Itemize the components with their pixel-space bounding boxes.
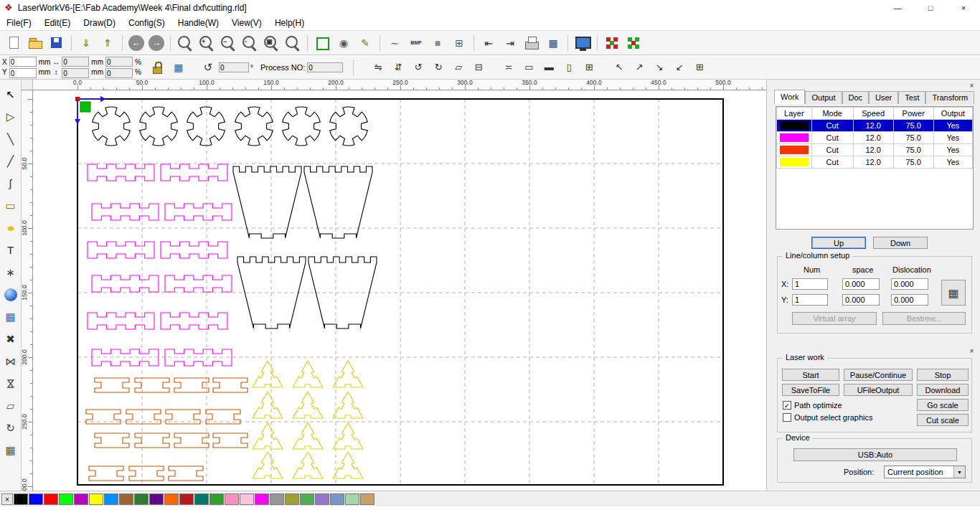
y-num-input[interactable] bbox=[792, 294, 828, 306]
redo-icon[interactable]: → bbox=[149, 35, 164, 51]
align-bottom-right-icon[interactable]: ↘ bbox=[651, 60, 667, 75]
vertical-bar-icon[interactable]: ▯ bbox=[561, 60, 577, 75]
gear-pieces[interactable] bbox=[93, 107, 368, 146]
height-input[interactable] bbox=[62, 68, 89, 78]
layer-down-button[interactable]: Down bbox=[873, 237, 928, 249]
align-bottom-left-icon[interactable]: ↙ bbox=[672, 60, 687, 75]
palette-color-swatch[interactable] bbox=[209, 493, 224, 505]
export-file-icon[interactable]: ⇑ bbox=[99, 34, 116, 52]
palette-color-swatch[interactable] bbox=[89, 493, 103, 505]
open-file-icon[interactable] bbox=[27, 34, 44, 52]
panel-close-icon[interactable]: × bbox=[967, 81, 976, 90]
layer-row[interactable]: Cut12.075.0Yes bbox=[777, 144, 973, 156]
undo-icon[interactable]: ← bbox=[128, 35, 144, 51]
tab-transform[interactable]: Transform bbox=[925, 91, 974, 104]
line-tool-icon[interactable]: ╲ bbox=[2, 131, 19, 147]
scale-y-input[interactable] bbox=[105, 68, 133, 78]
width-input[interactable] bbox=[62, 57, 89, 67]
palette-color-swatch[interactable] bbox=[315, 493, 329, 505]
zoom-window-icon[interactable] bbox=[176, 34, 194, 52]
palette-color-swatch[interactable] bbox=[14, 493, 28, 505]
tab-test[interactable]: Test bbox=[898, 91, 925, 104]
pause-continue-button[interactable]: Pause/Continue bbox=[844, 369, 913, 381]
select-tool-icon[interactable]: ↖ bbox=[2, 87, 19, 103]
scale-x-input[interactable] bbox=[105, 57, 133, 67]
grid-array-icon[interactable]: ⊞ bbox=[581, 60, 597, 75]
palette-color-swatch[interactable] bbox=[74, 493, 88, 505]
menu-view[interactable]: View(V) bbox=[225, 16, 268, 30]
rotate-cw-icon[interactable]: ↻ bbox=[430, 60, 446, 75]
flip-horizontal-icon[interactable]: ⇋ bbox=[370, 60, 386, 75]
menu-help[interactable]: Help(H) bbox=[268, 16, 311, 30]
dropdown-arrow-icon[interactable]: ▼ bbox=[953, 466, 965, 478]
palette-color-swatch[interactable] bbox=[240, 493, 254, 505]
polyline-tool-icon[interactable]: ╱ bbox=[2, 153, 19, 169]
zoom-page-icon[interactable]: ▫ bbox=[241, 34, 258, 52]
array-output-alt-icon[interactable] bbox=[625, 34, 642, 52]
preview-icon[interactable]: ▦ bbox=[545, 34, 562, 52]
array-preview-button[interactable]: ▦ bbox=[941, 280, 966, 306]
capture-tool-icon[interactable] bbox=[4, 288, 17, 301]
bezier-tool-icon[interactable]: ʃ bbox=[2, 176, 19, 192]
palette-clear-button[interactable]: × bbox=[1, 493, 13, 505]
palette-color-swatch[interactable] bbox=[330, 493, 344, 505]
import-file-icon[interactable]: ⇓ bbox=[77, 34, 95, 52]
snap-point-icon[interactable]: ◉ bbox=[335, 34, 352, 52]
node-edit-tool-icon[interactable]: ▷ bbox=[2, 109, 19, 125]
drawing-canvas[interactable] bbox=[33, 90, 766, 491]
palette-color-swatch[interactable] bbox=[255, 493, 269, 505]
virtual-array-button[interactable]: Virtual array bbox=[792, 312, 877, 325]
layer-row[interactable]: Cut12.075.0Yes bbox=[777, 156, 973, 169]
y-dislocation-input[interactable] bbox=[891, 294, 928, 306]
menu-handle[interactable]: Handle(W) bbox=[171, 16, 225, 30]
y-space-input[interactable] bbox=[842, 294, 880, 306]
pot-pieces[interactable] bbox=[233, 166, 377, 329]
skew-horizontal-icon[interactable]: ▱ bbox=[451, 60, 466, 75]
align-top-right-icon[interactable]: ↗ bbox=[631, 60, 647, 75]
x-space-input[interactable] bbox=[842, 278, 880, 290]
rotate-icon[interactable]: ↺ bbox=[199, 59, 217, 76]
align-center-icon[interactable]: ⊟ bbox=[471, 60, 486, 75]
tab-work[interactable]: Work bbox=[774, 90, 805, 104]
mirror-horizontal-tool-icon[interactable]: ⋈ bbox=[2, 354, 19, 369]
delete-tool-icon[interactable]: ✖ bbox=[2, 331, 19, 347]
measure-width-icon[interactable]: ⇤ bbox=[480, 34, 497, 52]
zoom-out-icon[interactable]: − bbox=[220, 34, 237, 52]
palette-color-swatch[interactable] bbox=[164, 493, 179, 505]
start-button[interactable]: Start bbox=[782, 369, 839, 381]
menu-config[interactable]: Config(S) bbox=[122, 16, 171, 30]
swap-axes-icon[interactable]: ↔ ↕ bbox=[52, 58, 60, 77]
palette-color-swatch[interactable] bbox=[134, 493, 149, 505]
rectangle-tool-icon[interactable]: ▭ bbox=[2, 198, 19, 214]
array-layout-icon[interactable]: ⊞ bbox=[692, 60, 707, 75]
canvas-drawing[interactable] bbox=[33, 90, 766, 491]
rotate-tool-icon[interactable]: ↻ bbox=[2, 420, 19, 436]
fill-bar-icon[interactable]: ▬ bbox=[541, 60, 557, 75]
x-position-input[interactable] bbox=[9, 57, 37, 67]
layer-row[interactable]: Cut12.075.0Yes bbox=[777, 120, 973, 132]
text-tool-icon[interactable]: T bbox=[2, 242, 19, 258]
grid-tool-icon[interactable]: ▦ bbox=[2, 309, 19, 325]
palette-color-swatch[interactable] bbox=[119, 493, 133, 505]
go-scale-button[interactable]: Go scale bbox=[917, 399, 969, 411]
palette-color-swatch[interactable] bbox=[149, 493, 164, 505]
palette-color-swatch[interactable] bbox=[270, 493, 284, 505]
triangle-pieces[interactable] bbox=[253, 361, 363, 478]
ufile-output-button[interactable]: UFileOutput bbox=[844, 384, 913, 396]
palette-color-swatch[interactable] bbox=[360, 493, 374, 505]
align-top-left-icon[interactable]: ↖ bbox=[611, 60, 627, 75]
palette-color-swatch[interactable] bbox=[194, 493, 209, 505]
rotate-ccw-icon[interactable]: ↺ bbox=[410, 60, 426, 75]
lock-ratio-icon[interactable] bbox=[149, 59, 166, 76]
flow-chart-icon[interactable]: ⊞ bbox=[451, 34, 468, 52]
table-grid-icon[interactable]: ▦ bbox=[170, 59, 187, 76]
bracket-pieces[interactable] bbox=[86, 378, 248, 481]
save-to-file-button[interactable]: SaveToFile bbox=[782, 384, 839, 396]
palette-color-swatch[interactable] bbox=[285, 493, 299, 505]
menu-file[interactable]: File(F) bbox=[0, 16, 38, 30]
usb-auto-button[interactable]: USB:Auto bbox=[793, 448, 957, 461]
fill-square-icon[interactable]: ■ bbox=[429, 34, 446, 52]
numpad-icon[interactable]: ▦ bbox=[2, 443, 19, 458]
download-button[interactable]: Download bbox=[917, 384, 969, 396]
palette-color-swatch[interactable] bbox=[225, 493, 239, 505]
